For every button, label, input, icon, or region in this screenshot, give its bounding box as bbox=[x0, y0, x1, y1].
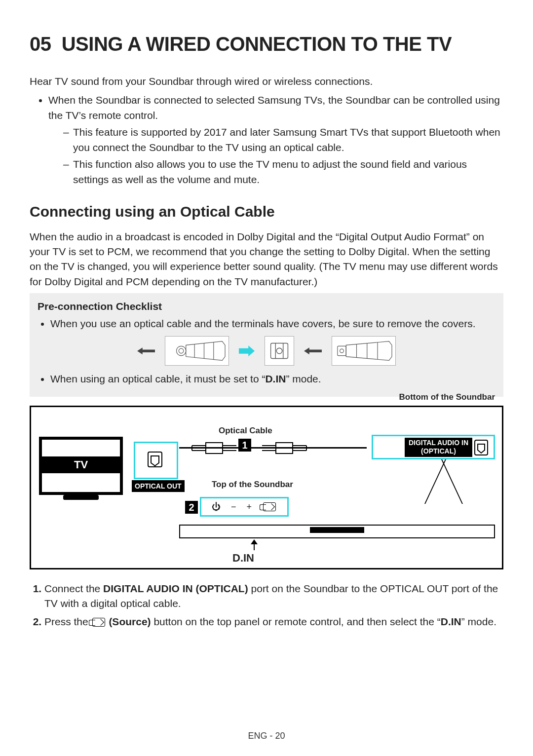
step-item: Connect the DIGITAL AUDIO IN (OPTICAL) p… bbox=[44, 581, 503, 611]
connection-diagram: Bottom of the Soundbar TV OPTICAL OUT Op… bbox=[30, 406, 503, 569]
checklist-title: Pre-connection Checklist bbox=[38, 299, 495, 314]
svg-rect-2 bbox=[271, 343, 288, 359]
text: DIGITAL AUDIO IN bbox=[409, 439, 468, 447]
text: ” mode. bbox=[461, 616, 496, 627]
bold-text: D.IN bbox=[265, 373, 286, 384]
port-icon bbox=[473, 437, 491, 459]
source-icon bbox=[92, 618, 105, 627]
bottom-of-soundbar-label: Bottom of the Soundbar bbox=[399, 391, 495, 404]
text: button on the top panel or remote contro… bbox=[151, 616, 441, 627]
svg-rect-3 bbox=[338, 346, 346, 356]
cable-jack-icon bbox=[258, 441, 317, 455]
connector-cover-illustration bbox=[38, 336, 495, 366]
bold-text: D.IN bbox=[441, 616, 461, 627]
svg-rect-7 bbox=[276, 443, 293, 454]
soundbar-top-panel: ⏻ − + bbox=[200, 497, 289, 517]
top-of-soundbar-label: Top of the Soundbar bbox=[212, 479, 293, 491]
subsection-heading: Connecting using an Optical Cable bbox=[30, 201, 503, 223]
bold-text: (Source) bbox=[106, 616, 151, 627]
svg-point-4 bbox=[340, 349, 344, 353]
section-title: USING A WIRED CONNECTION TO THE TV bbox=[62, 33, 452, 55]
connector-with-cover-icon bbox=[165, 336, 229, 366]
bold-text: DIGITAL AUDIO IN (OPTICAL) bbox=[103, 583, 248, 594]
port-icon bbox=[147, 449, 167, 471]
svg-rect-6 bbox=[206, 443, 223, 454]
digital-audio-in-label: DIGITAL AUDIO IN (OPTICAL) bbox=[405, 438, 472, 457]
bullet-text: When the Soundbar is connected to select… bbox=[48, 94, 500, 120]
svg-point-1 bbox=[179, 348, 184, 353]
tv-stand-icon bbox=[63, 495, 99, 500]
sub-bullet: This function also allows you to use the… bbox=[63, 157, 503, 187]
text: When using an optical cable, it must be … bbox=[50, 373, 265, 384]
source-icon bbox=[263, 502, 276, 511]
page-footer: ENG - 20 bbox=[0, 729, 533, 742]
text: ” mode. bbox=[286, 373, 321, 384]
checklist-item: When you use an optical cable and the te… bbox=[50, 316, 495, 331]
plus-icon: + bbox=[246, 500, 252, 513]
step-item: Press the (Source) button on the top pan… bbox=[44, 614, 503, 629]
intro-text: Hear TV sound from your Soundbar through… bbox=[30, 74, 503, 89]
callout-line bbox=[424, 459, 446, 504]
svg-point-0 bbox=[176, 346, 186, 356]
din-label: D.IN bbox=[232, 550, 254, 566]
step-2-marker: 2 bbox=[185, 501, 198, 514]
callout-line bbox=[441, 459, 463, 504]
arrow-left-icon bbox=[304, 347, 322, 354]
paragraph: When the audio in a broadcast is encoded… bbox=[30, 229, 503, 290]
optical-out-port bbox=[134, 442, 178, 479]
step-1-marker: 1 bbox=[238, 439, 251, 452]
sub-bullet: This feature is supported by 2017 and la… bbox=[63, 125, 503, 155]
text: Press the bbox=[44, 616, 91, 627]
soundbar-display-icon bbox=[310, 527, 364, 533]
checklist-box: Pre-connection Checklist When you use an… bbox=[30, 293, 503, 396]
bullet-item: When the Soundbar is connected to select… bbox=[48, 93, 503, 187]
optical-cable-label: Optical Cable bbox=[219, 425, 272, 437]
text: Connect the bbox=[44, 583, 103, 594]
section-number: 05 bbox=[30, 33, 51, 55]
cover-removed-icon bbox=[265, 336, 294, 366]
cable-jack-icon bbox=[181, 441, 240, 455]
section-heading: 05 USING A WIRED CONNECTION TO THE TV bbox=[30, 30, 503, 58]
tv-label: TV bbox=[39, 456, 123, 473]
arrow-left-icon bbox=[137, 347, 155, 354]
connector-without-cover-icon bbox=[332, 336, 396, 366]
arrow-stem bbox=[254, 543, 255, 550]
text: (OPTICAL) bbox=[421, 447, 456, 455]
checklist-item: When using an optical cable, it must be … bbox=[50, 372, 495, 386]
optical-out-label: OPTICAL OUT bbox=[132, 480, 185, 492]
svg-rect-5 bbox=[148, 452, 162, 467]
minus-icon: − bbox=[231, 500, 236, 513]
arrow-right-icon bbox=[239, 345, 255, 356]
soundbar-icon bbox=[179, 525, 495, 538]
power-icon: ⏻ bbox=[212, 500, 221, 513]
